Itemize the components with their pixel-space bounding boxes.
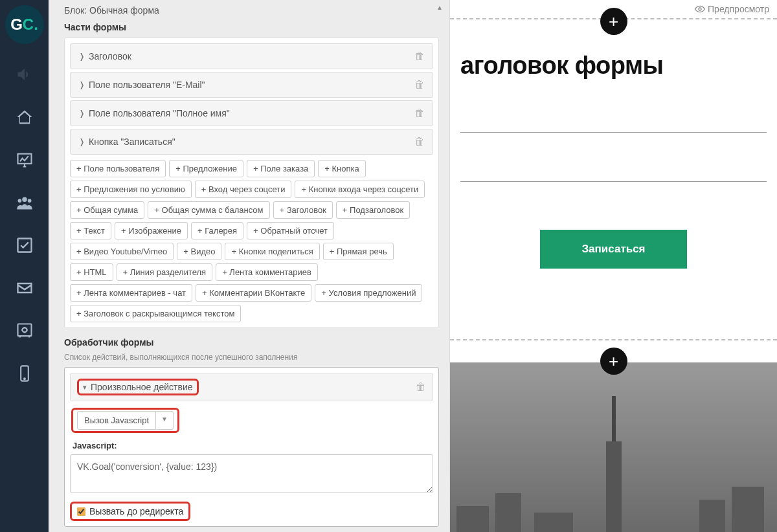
form-preview: аголовок формы Записаться [460, 52, 767, 269]
add-part-button[interactable]: + Вход через соцсети [195, 181, 292, 198]
add-part-button[interactable]: + Текст [70, 222, 111, 239]
add-part-button[interactable]: + Общая сумма с балансом [148, 201, 269, 219]
add-part-button[interactable]: + Комментарии ВКонтакте [196, 284, 311, 302]
dropdown-arrow-icon[interactable]: ▼ [156, 411, 174, 430]
svg-point-9 [699, 8, 701, 10]
phone-icon[interactable] [0, 352, 49, 395]
part-item[interactable]: ❯Поле пользователя "E-Mail" 🗑 [70, 72, 433, 98]
chevron-right-icon: ❯ [80, 109, 84, 118]
name-field[interactable] [460, 155, 767, 182]
part-item[interactable]: ❯Поле пользователя "Полное имя" 🗑 [70, 100, 433, 126]
trash-icon[interactable]: 🗑 [414, 79, 425, 91]
scroll-up-icon[interactable]: ▲ [436, 4, 443, 11]
add-block-button[interactable]: + [600, 8, 627, 35]
sidebar: GC. [0, 0, 49, 532]
handler-subtitle: Список действий, выполняющихся после усп… [64, 353, 439, 362]
add-part-button[interactable]: + Лента комментариев - чат [70, 284, 192, 302]
add-part-button[interactable]: + Видео Youtube/Vimeo [70, 243, 174, 260]
action-type-dropdown[interactable]: Вызов Javascript [77, 411, 156, 430]
part-item[interactable]: ❯Кнопка "Записаться" 🗑 [70, 129, 433, 155]
chevron-right-icon: ❯ [80, 52, 84, 61]
before-redirect-checkbox[interactable] [77, 507, 85, 516]
preview-panel: Предпросмотр + аголовок формы Записаться… [450, 0, 777, 532]
add-part-button[interactable]: + Поле пользователя [70, 160, 166, 177]
add-part-button[interactable]: + Предложение [169, 160, 243, 177]
parts-box: ❯Заголовок 🗑 ❯Поле пользователя "E-Mail"… [64, 38, 439, 328]
parts-title: Части формы [64, 22, 439, 32]
chevron-right-icon: ❯ [80, 80, 84, 89]
trash-icon[interactable]: 🗑 [416, 381, 426, 393]
form-title: аголовок формы [460, 52, 767, 80]
add-part-button[interactable]: + Поле заказа [247, 160, 315, 177]
handler-header[interactable]: ▾Произвольное действие 🗑 [70, 373, 433, 401]
checkbox-highlight: Вызвать до редиректа [70, 502, 190, 521]
chart-icon[interactable] [0, 139, 49, 181]
action-label-highlight: ▾Произвольное действие [77, 379, 199, 395]
add-part-button[interactable]: + HTML [70, 263, 113, 281]
trash-icon[interactable]: 🗑 [414, 136, 425, 148]
dropdown-highlight: Вызов Javascript ▼ [71, 408, 179, 433]
chevron-right-icon: ❯ [80, 137, 84, 146]
check-icon[interactable] [0, 224, 49, 267]
add-part-button[interactable]: + Кнопка [318, 160, 365, 177]
add-part-button[interactable]: + Заголовок с раскрывающимся текстом [70, 305, 241, 322]
submit-button[interactable]: Записаться [540, 230, 686, 269]
home-icon[interactable] [0, 96, 49, 139]
chevron-down-icon: ▾ [83, 383, 87, 392]
add-part-button[interactable]: + Кнопки входа через соцсети [295, 181, 425, 198]
part-item[interactable]: ❯Заголовок 🗑 [70, 43, 433, 69]
add-part-button[interactable]: + Изображение [115, 222, 188, 239]
email-field[interactable] [460, 105, 767, 133]
add-part-button[interactable]: + Линия разделителя [117, 263, 213, 281]
trash-icon[interactable]: 🗑 [414, 107, 425, 119]
logo[interactable]: GC. [5, 5, 44, 44]
svg-point-6 [22, 327, 27, 332]
add-part-button[interactable]: + Видео [177, 243, 221, 260]
image-block[interactable] [450, 362, 777, 532]
eye-icon [695, 4, 705, 14]
js-label: Javascript: [73, 441, 433, 450]
add-part-button[interactable]: + Предложения по условию [70, 181, 192, 198]
add-block-button[interactable]: + [600, 348, 627, 375]
block-title: Блок: Обычная форма [64, 4, 439, 16]
svg-point-1 [22, 197, 27, 202]
add-part-button[interactable]: + Подзаголовок [336, 201, 410, 219]
checkbox-label: Вызвать до редиректа [89, 506, 183, 516]
trash-icon[interactable]: 🗑 [414, 50, 425, 62]
js-textarea[interactable] [70, 454, 433, 493]
users-icon[interactable] [0, 181, 49, 224]
handler-title: Обработчик формы [64, 337, 439, 348]
svg-point-2 [17, 199, 21, 203]
add-part-button[interactable]: + Галерея [191, 222, 243, 239]
svg-rect-0 [17, 154, 31, 164]
add-part-button[interactable]: + Заголовок [273, 201, 333, 219]
safe-icon[interactable] [0, 309, 49, 352]
preview-link[interactable]: Предпросмотр [695, 4, 769, 14]
svg-rect-5 [17, 324, 31, 337]
add-part-button[interactable]: + Прямая речь [323, 243, 394, 260]
add-part-button[interactable]: + Обратный отсчет [247, 222, 334, 239]
sound-icon[interactable] [0, 53, 49, 96]
svg-point-8 [24, 378, 25, 379]
add-part-button[interactable]: + Общая сумма [70, 201, 144, 219]
editor-panel: ▲ Блок: Обычная форма Части формы ❯Загол… [49, 0, 450, 532]
mail-icon[interactable] [0, 267, 49, 309]
svg-point-3 [27, 199, 31, 203]
parts-add-row: + Поле пользователя+ Предложение+ Поле з… [70, 160, 433, 322]
handler-box: ▾Произвольное действие 🗑 Вызов Javascrip… [64, 367, 439, 527]
add-part-button[interactable]: + Условия предложений [315, 284, 422, 302]
add-part-button[interactable]: + Лента комментариев [216, 263, 318, 281]
add-part-button[interactable]: + Кнопки поделиться [225, 243, 319, 260]
